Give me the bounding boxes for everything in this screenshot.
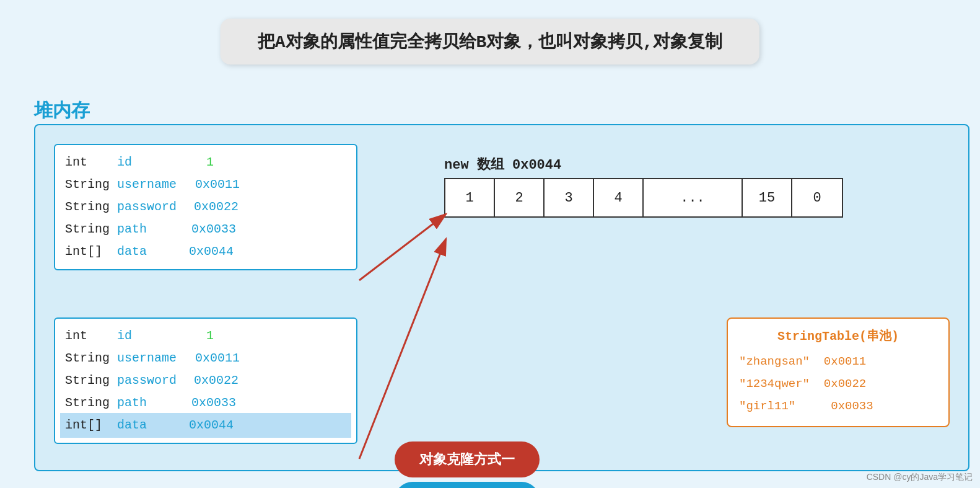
- string-table-row-1: "1234qwer" 0x0022: [739, 373, 937, 395]
- title-banner: 把A对象的属性值完全拷贝给B对象，也叫对象拷贝,对象复制: [221, 19, 759, 64]
- obj-bot-row-2: String password0x0022: [65, 370, 346, 392]
- shallow-clone-button[interactable]: 浅克隆，浅拷贝: [395, 482, 540, 488]
- obj-bot-row-4: int[] data0x0044: [60, 413, 351, 438]
- object-box-top: int id1 String username0x0011 String pas…: [54, 144, 357, 270]
- obj-top-row-3: String path0x0033: [65, 218, 346, 241]
- object-box-bottom: int id1 String username0x0011 String pas…: [54, 317, 357, 444]
- array-label: new 数组 0x0044: [444, 155, 561, 174]
- watermark: CSDN @cy的Java学习笔记: [867, 472, 973, 483]
- array-cell-2: 3: [545, 179, 594, 216]
- array-cell-3: 4: [594, 179, 644, 216]
- obj-bot-row-1: String username0x0011: [65, 347, 346, 370]
- clone-method-button[interactable]: 对象克隆方式一: [395, 441, 540, 477]
- string-table-title: StringTable(串池): [739, 327, 937, 344]
- array-cell-0: 1: [445, 179, 495, 216]
- heap-container: int id1 String username0x0011 String pas…: [34, 124, 969, 471]
- array-box: 1 2 3 4 ... 15 0: [444, 178, 843, 218]
- heap-label: 堆内存: [34, 98, 90, 123]
- array-cell-15: 15: [743, 179, 792, 216]
- string-table-row-2: "girl11" 0x0033: [739, 395, 937, 417]
- obj-top-row-4: int[] data0x0044: [65, 241, 346, 263]
- obj-top-row-1: String username0x0011: [65, 174, 346, 196]
- array-cell-1: 2: [495, 179, 545, 216]
- obj-top-row-2: String password0x0022: [65, 196, 346, 218]
- obj-bot-row-3: String path0x0033: [65, 392, 346, 414]
- string-table-box: StringTable(串池) "zhangsan" 0x0011 "1234q…: [727, 317, 950, 427]
- obj-top-row-0: int id1: [65, 151, 346, 174]
- array-cell-ellipsis: ...: [644, 179, 743, 216]
- array-cell-last: 0: [792, 179, 842, 216]
- string-table-row-0: "zhangsan" 0x0011: [739, 350, 937, 373]
- obj-bot-row-0: int id1: [65, 325, 346, 347]
